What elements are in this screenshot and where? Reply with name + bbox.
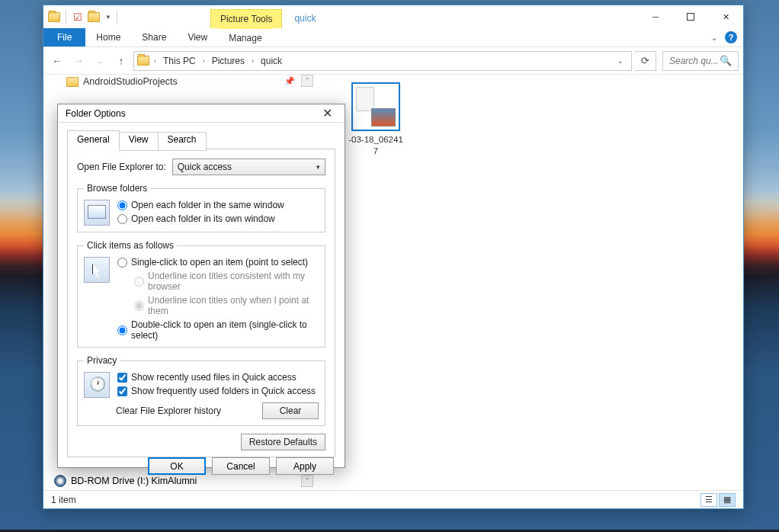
open-to-combobox[interactable]: Quick access ▾ bbox=[172, 159, 325, 175]
dialog-close-button[interactable]: ✕ bbox=[318, 104, 337, 122]
file-tab[interactable]: File bbox=[43, 28, 85, 46]
tree-scroll-down-button[interactable]: ˅ bbox=[301, 475, 313, 487]
search-input[interactable] bbox=[668, 55, 720, 67]
chevron-right-icon[interactable]: › bbox=[200, 57, 208, 65]
window-icon bbox=[84, 200, 110, 226]
dialog-tab-strip: General View Search bbox=[67, 130, 335, 149]
radio-single-click[interactable]: Single-click to open an item (point to s… bbox=[117, 257, 319, 268]
new-folder-icon[interactable] bbox=[88, 11, 100, 23]
status-bar: 1 item ☰ ▦ bbox=[43, 490, 743, 508]
restore-defaults-button[interactable]: Restore Defaults bbox=[241, 434, 325, 450]
titlebar: ☑ ▼ Picture Tools quick ─ ✕ bbox=[43, 5, 743, 28]
breadcrumb-segment[interactable]: Pictures bbox=[210, 56, 247, 66]
view-tab[interactable]: View bbox=[177, 28, 218, 46]
radio-own-window[interactable]: Open each folder in its own window bbox=[117, 213, 319, 224]
breadcrumb-segment[interactable]: quick bbox=[258, 56, 284, 66]
ribbon-collapse-caret[interactable]: ⌄ bbox=[711, 34, 717, 42]
search-icon[interactable]: 🔍 bbox=[720, 55, 732, 66]
home-tab[interactable]: Home bbox=[85, 28, 131, 46]
tab-panel-general: Open File Explorer to: Quick access ▾ Br… bbox=[67, 149, 335, 457]
folder-icon bbox=[66, 77, 79, 87]
radio-label: Single-click to open an item (point to s… bbox=[131, 257, 308, 268]
history-icon bbox=[84, 372, 110, 398]
chevron-right-icon[interactable]: › bbox=[151, 57, 159, 65]
open-to-label: Open File Explorer to: bbox=[77, 162, 166, 172]
qat-customize-caret[interactable]: ▼ bbox=[105, 14, 111, 21]
cursor-icon bbox=[84, 257, 110, 283]
chevron-down-icon: ▾ bbox=[316, 163, 320, 171]
check-recent-files[interactable]: Show recently used files in Quick access bbox=[117, 372, 319, 383]
folder-icon bbox=[48, 11, 60, 23]
recent-dropdown[interactable]: ⌄ bbox=[91, 52, 109, 70]
radio-label: Underline icon titles only when I point … bbox=[148, 295, 319, 316]
checkbox-label: Show recently used files in Quick access bbox=[131, 372, 297, 383]
manage-tab[interactable]: Manage bbox=[218, 27, 272, 46]
address-bar-row: ← → ⌄ ↑ › This PC › Pictures › quick ⌄ ⟳… bbox=[43, 47, 743, 75]
checkbox-label: Show frequently used folders in Quick ac… bbox=[131, 386, 316, 396]
radio-input bbox=[134, 301, 144, 311]
tree-item[interactable]: AndroidStudioProjects bbox=[66, 75, 178, 88]
search-box[interactable]: 🔍 bbox=[662, 51, 739, 71]
clear-button[interactable]: Clear bbox=[262, 402, 319, 419]
folder-options-dialog: Folder Options ✕ General View Search Ope… bbox=[57, 104, 345, 468]
maximize-button[interactable] bbox=[673, 5, 708, 28]
title-context-area: Picture Tools quick bbox=[210, 5, 324, 28]
up-button[interactable]: ↑ bbox=[112, 52, 130, 70]
radio-label: Open each folder in the same window bbox=[131, 200, 284, 210]
tab-search[interactable]: Search bbox=[158, 132, 207, 151]
radio-input[interactable] bbox=[117, 258, 127, 268]
close-button[interactable]: ✕ bbox=[708, 5, 743, 28]
tab-view[interactable]: View bbox=[119, 132, 159, 151]
browse-folders-group: Browse folders Open each folder in the s… bbox=[77, 183, 325, 232]
thumbnails-view-button[interactable]: ▦ bbox=[719, 493, 736, 507]
share-tab[interactable]: Share bbox=[131, 28, 177, 46]
disc-icon bbox=[54, 475, 66, 487]
picture-tools-tab[interactable]: Picture Tools bbox=[210, 9, 282, 28]
radio-input[interactable] bbox=[117, 325, 127, 335]
properties-icon[interactable]: ☑ bbox=[72, 11, 84, 23]
file-name-label: -03-18_062417 bbox=[345, 134, 406, 157]
radio-same-window[interactable]: Open each folder in the same window bbox=[117, 200, 319, 210]
breadcrumb-segment[interactable]: This PC bbox=[161, 56, 198, 66]
check-frequent-folders[interactable]: Show frequently used folders in Quick ac… bbox=[117, 386, 319, 396]
tree-item-bdrom[interactable]: BD-ROM Drive (I:) KimAlumni bbox=[54, 475, 197, 487]
radio-label: Open each folder in its own window bbox=[131, 213, 275, 224]
tab-general[interactable]: General bbox=[67, 130, 120, 149]
combo-value: Quick access bbox=[178, 162, 232, 172]
cancel-button[interactable]: Cancel bbox=[212, 457, 270, 475]
radio-input[interactable] bbox=[117, 200, 127, 210]
file-thumbnail-item[interactable]: -03-18_062417 bbox=[345, 82, 406, 157]
apply-button[interactable]: Apply bbox=[276, 457, 334, 475]
address-dropdown-caret[interactable]: ⌄ bbox=[613, 57, 628, 65]
back-button[interactable]: ← bbox=[48, 52, 66, 70]
address-breadcrumb[interactable]: › This PC › Pictures › quick ⌄ bbox=[133, 51, 632, 71]
clear-history-label: Clear File Explorer history bbox=[116, 405, 221, 416]
chevron-right-icon[interactable]: › bbox=[248, 57, 257, 65]
ok-button[interactable]: OK bbox=[148, 457, 206, 475]
details-view-button[interactable]: ☰ bbox=[700, 493, 717, 507]
item-count-label: 1 item bbox=[51, 495, 76, 505]
help-icon[interactable]: ? bbox=[725, 31, 737, 43]
radio-label: Underline icon titles consistent with my… bbox=[148, 271, 319, 292]
open-to-row: Open File Explorer to: Quick access ▾ bbox=[77, 159, 325, 175]
radio-input bbox=[134, 277, 144, 287]
thumbnail-preview bbox=[351, 82, 400, 131]
tree-item-label: AndroidStudioProjects bbox=[83, 76, 178, 87]
radio-underline-browser: Underline icon titles consistent with my… bbox=[134, 271, 319, 292]
radio-double-click[interactable]: Double-click to open an item (single-cli… bbox=[117, 319, 319, 341]
clear-history-row: Clear File Explorer history Clear bbox=[116, 402, 319, 419]
click-items-group: Click items as follows Single-click to o… bbox=[77, 240, 325, 348]
separator bbox=[66, 10, 66, 24]
minimize-button[interactable]: ─ bbox=[638, 5, 673, 28]
radio-label: Double-click to open an item (single-cli… bbox=[131, 319, 319, 341]
tree-scroll-up-button[interactable]: ˄ bbox=[301, 75, 313, 87]
dialog-body: General View Search Open File Explorer t… bbox=[58, 123, 345, 457]
forward-button[interactable]: → bbox=[69, 52, 88, 70]
window-controls: ─ ✕ bbox=[638, 5, 743, 28]
privacy-legend: Privacy bbox=[84, 355, 120, 366]
checkbox-input[interactable] bbox=[117, 386, 127, 396]
radio-input[interactable] bbox=[117, 214, 127, 224]
dialog-titlebar: Folder Options ✕ bbox=[58, 104, 345, 123]
checkbox-input[interactable] bbox=[117, 373, 127, 383]
refresh-button[interactable]: ⟳ bbox=[635, 51, 656, 71]
